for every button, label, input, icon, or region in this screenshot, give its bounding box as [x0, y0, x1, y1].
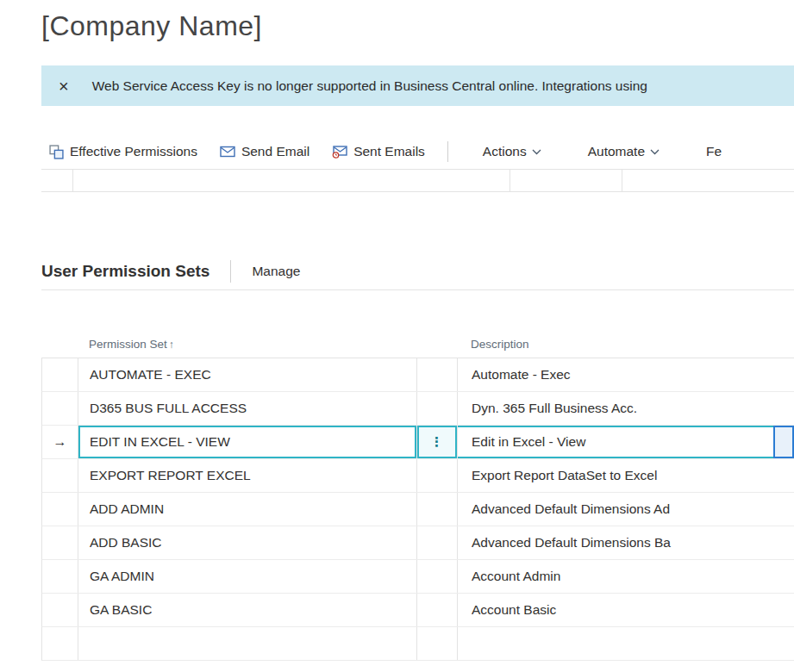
- sent-emails-icon: [332, 146, 347, 159]
- table-row[interactable]: GA ADMINAccount Admin: [41, 560, 794, 594]
- chevron-down-icon: [650, 149, 660, 155]
- permission-set-text: EDIT IN EXCEL - VIEW: [90, 434, 230, 450]
- description-text: Advanced Default Dimensions Ba: [472, 535, 671, 551]
- description-text: Export Report DataSet to Excel: [472, 468, 657, 483]
- row-actions-cell: [417, 459, 458, 492]
- row-indicator-cell[interactable]: [42, 392, 78, 425]
- description-cell[interactable]: [458, 627, 794, 660]
- description-cell[interactable]: Account Basic: [458, 594, 794, 626]
- part-header-border: [41, 289, 794, 290]
- permission-set-text: EXPORT REPORT EXCEL: [90, 468, 251, 483]
- effective-permissions-label: Effective Permissions: [70, 144, 197, 159]
- permission-set-cell[interactable]: ADD ADMIN: [78, 493, 417, 526]
- description-text: Automate - Exec: [472, 367, 571, 383]
- permission-set-text: ADD ADMIN: [90, 501, 164, 517]
- table-row[interactable]: ADD ADMINAdvanced Default Dimensions Ad: [41, 493, 794, 526]
- permission-set-cell[interactable]: EDIT IN EXCEL - VIEW: [78, 426, 417, 458]
- row-actions-cell: [417, 526, 458, 559]
- sort-ascending-icon: ↑: [169, 339, 174, 351]
- automate-menu-button[interactable]: Automate: [576, 144, 672, 159]
- table-body: AUTOMATE - EXECAutomate - ExecD365 BUS F…: [41, 358, 794, 661]
- manage-menu-button[interactable]: Manage: [252, 264, 300, 279]
- table-row[interactable]: AUTOMATE - EXECAutomate - Exec: [41, 358, 794, 392]
- fewer-options-menu-button[interactable]: Fe: [694, 144, 734, 159]
- description-cell[interactable]: Edit in Excel - View: [458, 426, 794, 458]
- row-indicator-cell[interactable]: →: [42, 426, 78, 458]
- sent-emails-label: Sent Emails: [353, 144, 425, 159]
- empty-grid-cell: [622, 170, 794, 191]
- description-cell[interactable]: Advanced Default Dimensions Ad: [458, 493, 794, 526]
- row-actions-cell: [417, 560, 458, 593]
- row-actions-cell: [417, 358, 458, 391]
- row-actions-cell: [417, 392, 458, 425]
- description-text: Edit in Excel - View: [472, 434, 585, 450]
- table-row[interactable]: D365 BUS FULL ACCESSDyn. 365 Full Busine…: [41, 392, 794, 426]
- chevron-down-icon: [532, 149, 541, 155]
- table-header-row: Permission Set↑ Description: [41, 327, 794, 358]
- permission-set-cell[interactable]: GA ADMIN: [78, 560, 417, 593]
- effective-permissions-button[interactable]: Effective Permissions: [49, 144, 197, 159]
- notification-banner: × Web Service Access Key is no longer su…: [41, 65, 794, 106]
- row-indicator-cell[interactable]: [42, 526, 78, 559]
- description-cell[interactable]: Export Report DataSet to Excel: [458, 459, 794, 492]
- row-actions-cell: [417, 493, 458, 526]
- row-actions-cell[interactable]: ⋮: [417, 426, 458, 458]
- banner-close-icon[interactable]: ×: [59, 78, 69, 95]
- permission-set-header-label: Permission Set: [89, 338, 167, 351]
- part-caption: User Permission Sets: [41, 262, 209, 281]
- description-cell[interactable]: Automate - Exec: [458, 358, 794, 391]
- permission-set-cell[interactable]: D365 BUS FULL ACCESS: [78, 392, 417, 425]
- actions-menu-button[interactable]: Actions: [471, 144, 553, 159]
- row-actions-cell: [417, 627, 458, 660]
- focused-cell-indicator: [773, 426, 794, 458]
- description-text: Dyn. 365 Full Business Acc.: [472, 401, 637, 416]
- permission-set-cell[interactable]: AUTOMATE - EXEC: [78, 358, 417, 391]
- row-indicator-cell[interactable]: [42, 358, 78, 391]
- sent-emails-button[interactable]: Sent Emails: [332, 144, 425, 159]
- table-row[interactable]: GA BASICAccount Basic: [41, 594, 794, 627]
- table-row[interactable]: EXPORT REPORT EXCELExport Report DataSet…: [41, 459, 794, 493]
- row-indicator-cell[interactable]: [42, 459, 78, 492]
- description-text: Advanced Default Dimensions Ad: [472, 501, 670, 517]
- permission-sets-table: Permission Set↑ Description AUTOMATE - E…: [41, 327, 794, 661]
- permission-set-text: GA ADMIN: [90, 569, 154, 584]
- row-actions-cell: [417, 594, 458, 626]
- fewer-options-menu-label: Fe: [706, 144, 722, 159]
- effective-permissions-icon: [49, 145, 64, 159]
- permission-set-cell[interactable]: [78, 627, 417, 660]
- empty-grid-cell: [73, 170, 510, 191]
- table-row[interactable]: [41, 627, 794, 661]
- permission-set-cell[interactable]: GA BASIC: [78, 594, 417, 626]
- description-cell[interactable]: Account Admin: [458, 560, 794, 593]
- description-header-label: Description: [471, 338, 529, 351]
- row-indicator-cell[interactable]: [42, 493, 78, 526]
- description-text: Account Admin: [472, 569, 560, 584]
- toolbar-separator: [447, 141, 448, 162]
- column-header-permission-set[interactable]: Permission Set↑: [78, 338, 416, 358]
- empty-grid-cell: [41, 170, 73, 191]
- permission-set-text: ADD BASIC: [90, 535, 162, 551]
- column-header-description[interactable]: Description: [457, 338, 794, 358]
- send-email-icon: [220, 146, 235, 158]
- table-row[interactable]: →EDIT IN EXCEL - VIEW⋮Edit in Excel - Vi…: [41, 426, 794, 459]
- page-title: [Company Name]: [41, 10, 262, 42]
- empty-grid-row: [41, 170, 794, 192]
- automate-menu-label: Automate: [588, 144, 645, 159]
- row-indicator-cell[interactable]: [42, 627, 78, 660]
- permission-set-cell[interactable]: EXPORT REPORT EXCEL: [78, 459, 417, 492]
- table-row[interactable]: ADD BASICAdvanced Default Dimensions Ba: [41, 526, 794, 560]
- row-indicator-cell[interactable]: [42, 594, 78, 626]
- send-email-button[interactable]: Send Email: [220, 144, 309, 159]
- selected-row-arrow-icon: →: [53, 434, 67, 450]
- permission-set-text: AUTOMATE - EXEC: [90, 367, 211, 383]
- banner-message: Web Service Access Key is no longer supp…: [92, 78, 647, 94]
- part-header-divider: [230, 260, 231, 283]
- description-cell[interactable]: Dyn. 365 Full Business Acc.: [458, 392, 794, 425]
- permission-set-text: D365 BUS FULL ACCESS: [90, 401, 247, 416]
- action-toolbar: Effective Permissions Send Email Sent Em…: [41, 134, 794, 170]
- row-more-icon[interactable]: ⋮: [430, 434, 444, 450]
- description-cell[interactable]: Advanced Default Dimensions Ba: [458, 526, 794, 559]
- description-text: Account Basic: [472, 602, 556, 618]
- row-indicator-cell[interactable]: [42, 560, 78, 593]
- permission-set-cell[interactable]: ADD BASIC: [78, 526, 417, 559]
